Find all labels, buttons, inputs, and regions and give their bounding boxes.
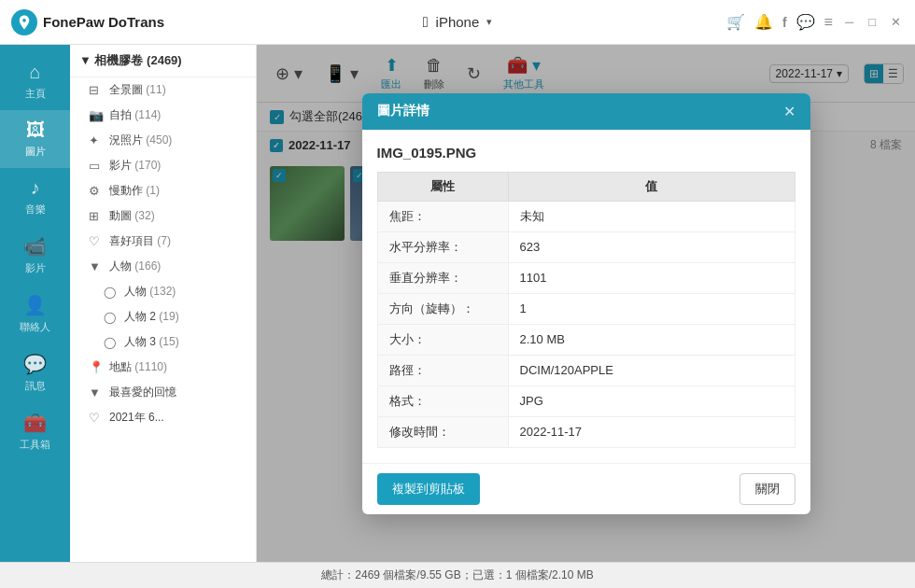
table-cell-value: 1101 (508, 262, 795, 293)
list-item-video[interactable]: ▭ 影片 (170) (70, 153, 256, 178)
sidebar-item-video[interactable]: 📹 影片 (0, 226, 70, 285)
list-item-panorama[interactable]: ⊟ 全景圖 (11) (70, 77, 256, 103)
copy-to-clipboard-button[interactable]: 複製到剪貼板 (377, 473, 480, 505)
list-item-selfie[interactable]: 📷 自拍 (114) (70, 103, 256, 128)
live-icon: ✦ (89, 133, 104, 147)
facebook-icon[interactable]: f (782, 15, 787, 30)
table-cell-value: 2.10 MB (508, 324, 795, 355)
slowmo-icon: ⚙ (89, 184, 104, 198)
modal-table: 屬性 值 焦距：未知水平分辨率：623垂直分辨率：1101方向（旋轉）：1大小：… (377, 172, 795, 448)
table-cell-value: 未知 (508, 201, 795, 231)
panel-header-label: ▼ 相機膠卷 (2469) (79, 52, 182, 69)
bell-icon[interactable]: 🔔 (754, 13, 773, 31)
table-header-value: 值 (508, 172, 795, 201)
places-label: 地點 (1110) (109, 359, 167, 375)
panorama-icon: ⊟ (89, 83, 104, 97)
table-row: 焦距：未知 (377, 201, 795, 231)
table-row: 格式：JPG (377, 385, 795, 416)
close-modal-button[interactable]: 關閉 (739, 473, 795, 505)
people-expand-icon: ▼ (89, 259, 104, 273)
title-bar: FonePaw DoTrans  iPhone ▾ 🛒 🔔 f 💬 ≡ ─ □… (0, 0, 915, 45)
device-dropdown-icon[interactable]: ▾ (486, 16, 492, 28)
sidebar-item-messages[interactable]: 💬 訊息 (0, 343, 70, 402)
memories-expand-icon: ▼ (89, 385, 104, 399)
table-cell-attr: 路徑： (377, 355, 508, 385)
gif-label: 動圖 (32) (109, 208, 155, 224)
video-list-icon: ▭ (89, 159, 104, 173)
video-label: 影片 (170) (109, 158, 161, 174)
maximize-button[interactable]: □ (866, 15, 879, 29)
video-icon: 📹 (23, 235, 47, 258)
table-row: 方向（旋轉）：1 (377, 293, 795, 324)
table-row: 大小：2.10 MB (377, 324, 795, 355)
sidebar-item-music[interactable]: ♪ 音樂 (0, 168, 70, 226)
table-row: 路徑：DCIM/120APPLE (377, 355, 795, 385)
modal-body: IMG_0195.PNG 屬性 值 焦距：未知水平分辨率：623垂直分辨率：11… (362, 130, 810, 463)
left-panel: ▼ 相機膠卷 (2469) ⊟ 全景圖 (11) 📷 自拍 (114) ✦ 況照… (70, 45, 257, 562)
people-label: 人物 (166) (109, 259, 161, 274)
content-area: ⊕ ▾ 📱 ▾ ⬆ 匯出 🗑 刪除 ↻ 🧰 ▾ 其他工具 (257, 45, 915, 562)
favorites-icon: ♡ (89, 234, 104, 248)
table-cell-value: 2022-11-17 (508, 416, 795, 447)
list-item-people2[interactable]: ◯ 人物 2 (19) (70, 304, 256, 329)
list-item-places[interactable]: 📍 地點 (1110) (70, 355, 256, 380)
list-item-people1[interactable]: ◯ 人物 (132) (70, 279, 256, 304)
sidebar-label-video: 影片 (25, 261, 46, 275)
music-icon: ♪ (31, 177, 40, 199)
memory2021-icon: ♡ (89, 411, 104, 425)
table-cell-value: JPG (508, 385, 795, 416)
list-item-memories-header[interactable]: ▼ 最喜愛的回憶 (70, 380, 256, 405)
list-item-favorites[interactable]: ♡ 喜好項目 (7) (70, 229, 256, 254)
panel-header[interactable]: ▼ 相機膠卷 (2469) (70, 45, 256, 77)
app-logo: FonePaw DoTrans (11, 9, 164, 35)
modal-footer: 複製到剪貼板 關閉 (362, 463, 810, 514)
table-cell-value: 623 (508, 231, 795, 262)
selfie-icon: 📷 (89, 108, 104, 122)
sidebar-label-messages: 訊息 (25, 379, 46, 393)
logo-icon (11, 9, 37, 35)
contacts-icon: 👤 (23, 294, 47, 316)
table-cell-attr: 大小： (377, 324, 508, 355)
person3-icon: ◯ (104, 336, 119, 349)
person1-icon: ◯ (104, 286, 119, 299)
table-row: 修改時間：2022-11-17 (377, 416, 795, 447)
sidebar-item-contacts[interactable]: 👤 聯絡人 (0, 285, 70, 343)
memory2021-label: 2021年 6... (109, 410, 164, 426)
close-button[interactable]: ✕ (888, 15, 904, 29)
home-icon: ⌂ (29, 62, 40, 83)
table-cell-attr: 焦距： (377, 201, 508, 231)
sidebar-label-contacts: 聯絡人 (20, 320, 50, 334)
device-name-label: iPhone (436, 14, 480, 30)
person2-icon: ◯ (104, 311, 119, 324)
image-detail-modal: 圖片詳情 ✕ IMG_0195.PNG 屬性 值 焦距：未知水平分辨率：62 (362, 93, 810, 514)
list-item-2021[interactable]: ♡ 2021年 6... (70, 405, 256, 430)
photos-icon: 🖼 (26, 119, 45, 141)
title-right: 🛒 🔔 f 💬 ≡ ─ □ ✕ (726, 13, 904, 31)
list-item-people3[interactable]: ◯ 人物 3 (15) (70, 329, 256, 355)
slowmo-label: 慢動作 (1) (109, 183, 160, 199)
modal-filename: IMG_0195.PNG (377, 145, 795, 161)
sidebar-item-home[interactable]: ⌂ 主頁 (0, 52, 70, 110)
modal-close-button[interactable]: ✕ (783, 103, 795, 120)
sidebar-label-music: 音樂 (25, 203, 46, 217)
sidebar-label-home: 主頁 (25, 87, 46, 101)
person2-label: 人物 2 (19) (124, 309, 179, 325)
list-item-people-header[interactable]: ▼ 人物 (166) (70, 254, 256, 279)
list-item-slowmo[interactable]: ⚙ 慢動作 (1) (70, 178, 256, 203)
message-icon[interactable]: 💬 (796, 13, 815, 31)
gif-icon: ⊞ (89, 209, 104, 223)
table-row: 垂直分辨率：1101 (377, 262, 795, 293)
list-item-live[interactable]: ✦ 況照片 (450) (70, 128, 256, 153)
sidebar-item-photos[interactable]: 🖼 圖片 (0, 110, 70, 168)
cart-icon[interactable]: 🛒 (726, 13, 745, 31)
menu-icon[interactable]: ≡ (824, 14, 833, 31)
person3-label: 人物 3 (15) (124, 334, 179, 350)
modal-overlay: 圖片詳情 ✕ IMG_0195.PNG 屬性 值 焦距：未知水平分辨率：62 (257, 45, 915, 562)
status-bar: 總計：2469 個檔案/9.55 GB；已選：1 個檔案/2.10 MB (0, 562, 915, 588)
table-cell-attr: 垂直分辨率： (377, 262, 508, 293)
list-item-gif[interactable]: ⊞ 動圖 (32) (70, 203, 256, 229)
minimize-button[interactable]: ─ (842, 15, 856, 29)
apple-icon:  (423, 14, 429, 31)
modal-title: 圖片詳情 (377, 103, 429, 119)
sidebar-item-toolbox[interactable]: 🧰 工具箱 (0, 402, 70, 461)
